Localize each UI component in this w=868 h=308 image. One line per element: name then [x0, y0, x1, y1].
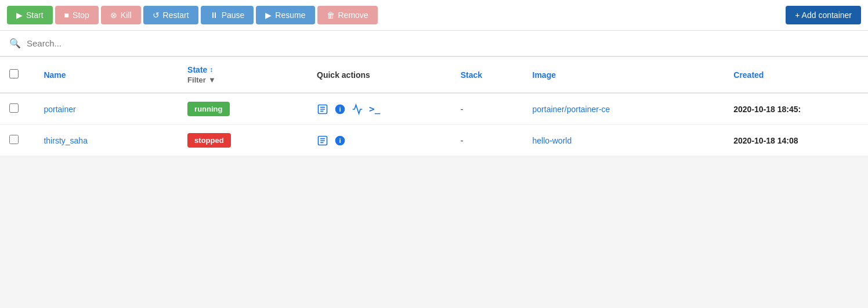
remove-label: Remove — [338, 10, 368, 20]
row-checkbox-1[interactable] — [9, 135, 19, 144]
info-icon-1[interactable]: i — [334, 135, 346, 146]
sort-icon[interactable]: ↕ — [209, 66, 213, 74]
container-table: Name State ↕ Filter ▼ Qu — [0, 57, 868, 156]
row-actions-cell-0: i >_ — [308, 93, 451, 125]
row-stack-cell-0: - — [451, 93, 523, 125]
restart-label: Restart — [163, 10, 189, 20]
restart-button[interactable]: ↺ Restart — [143, 6, 198, 24]
stack-value-0: - — [461, 105, 464, 114]
row-stack-cell-1: - — [451, 125, 523, 156]
row-image-cell-1: hello-world — [523, 125, 725, 156]
console-icon-0[interactable]: >_ — [369, 103, 380, 114]
row-created-cell-1: 2020-10-18 14:08 — [724, 125, 868, 156]
remove-button[interactable]: 🗑 Remove — [317, 6, 378, 24]
quick-actions-0: i >_ — [317, 103, 442, 115]
kill-icon: ⊗ — [110, 10, 117, 20]
kill-button[interactable]: ⊗ Kill — [101, 6, 141, 24]
created-value-1: 2020-10-18 14:08 — [733, 136, 798, 145]
table-row: thirsty_saha stopped i — [0, 125, 868, 156]
row-checkbox-cell-1 — [0, 125, 34, 156]
logs-icon-1[interactable] — [317, 135, 328, 146]
row-name-cell-0: portainer — [34, 93, 178, 125]
row-checkbox-cell-0 — [0, 93, 34, 125]
info-icon-0[interactable]: i — [334, 103, 346, 115]
row-actions-cell-1: i — [308, 125, 451, 156]
filter-label: Filter — [187, 76, 206, 84]
container-name-link-1[interactable]: thirsty_saha — [44, 136, 87, 145]
created-value-0: 2020-10-18 18:45: — [733, 105, 801, 114]
search-icon: 🔍 — [9, 38, 21, 49]
quick-actions-1: i — [317, 135, 442, 146]
col-header-stack[interactable]: Stack — [451, 57, 523, 93]
table-row: portainer running i — [0, 93, 868, 125]
stop-label: Stop — [73, 10, 89, 20]
resume-icon: ▶ — [265, 10, 272, 20]
start-label: Start — [26, 10, 44, 20]
restart-icon: ↺ — [153, 10, 160, 20]
pause-icon: ⏸ — [210, 10, 218, 20]
stack-value-1: - — [461, 136, 464, 145]
stop-button[interactable]: ■ Stop — [55, 6, 99, 24]
search-bar: 🔍 — [0, 31, 868, 57]
resume-label: Resume — [275, 10, 305, 20]
play-icon: ▶ — [16, 10, 23, 20]
stats-icon-0[interactable] — [352, 103, 363, 115]
toolbar: ▶ Start ■ Stop ⊗ Kill ↺ Restart ⏸ Pause … — [0, 0, 868, 31]
search-input[interactable] — [27, 38, 201, 48]
add-container-button[interactable]: + Add container — [786, 6, 861, 24]
state-badge-1: stopped — [187, 133, 231, 148]
image-link-1[interactable]: hello-world — [533, 136, 572, 145]
row-checkbox-0[interactable] — [9, 103, 19, 113]
add-label: + Add container — [795, 10, 852, 20]
pause-button[interactable]: ⏸ Pause — [201, 6, 254, 24]
col-header-state[interactable]: State ↕ Filter ▼ — [178, 57, 308, 93]
stop-icon: ■ — [64, 10, 69, 20]
table-header-row: Name State ↕ Filter ▼ Qu — [0, 57, 868, 93]
state-badge-0: running — [187, 102, 229, 116]
resume-button[interactable]: ▶ Resume — [256, 6, 314, 24]
svg-text:i: i — [339, 105, 341, 113]
select-all-checkbox[interactable] — [9, 69, 19, 78]
trash-icon: 🗑 — [327, 10, 335, 20]
state-header-label: State — [187, 65, 207, 74]
start-button[interactable]: ▶ Start — [7, 6, 53, 24]
kill-label: Kill — [121, 10, 132, 20]
image-link-0[interactable]: portainer/portainer-ce — [533, 105, 610, 114]
svg-text:i: i — [339, 137, 341, 144]
container-name-link-0[interactable]: portainer — [44, 105, 75, 114]
filter-icon[interactable]: ▼ — [208, 76, 216, 84]
row-created-cell-0: 2020-10-18 18:45: — [724, 93, 868, 125]
col-header-name[interactable]: Name — [34, 57, 178, 93]
state-header-wrapper: State ↕ Filter ▼ — [187, 65, 298, 84]
pause-label: Pause — [222, 10, 245, 20]
col-header-image[interactable]: Image — [523, 57, 725, 93]
col-header-created[interactable]: Created — [724, 57, 868, 93]
select-all-checkbox-header — [0, 57, 34, 93]
logs-icon-0[interactable] — [317, 103, 328, 115]
row-state-cell-1: stopped — [178, 125, 308, 156]
col-header-quick-actions: Quick actions — [308, 57, 451, 93]
row-image-cell-0: portainer/portainer-ce — [523, 93, 725, 125]
row-state-cell-0: running — [178, 93, 308, 125]
row-name-cell-1: thirsty_saha — [34, 125, 178, 156]
